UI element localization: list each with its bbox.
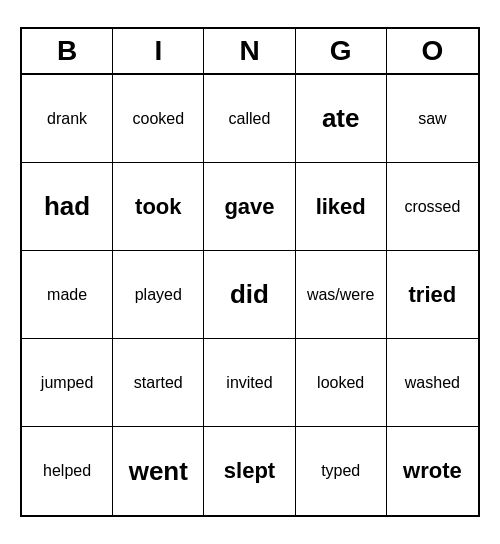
bingo-cell: slept — [204, 427, 295, 515]
header-letter: G — [296, 29, 387, 73]
bingo-cell: did — [204, 251, 295, 339]
bingo-cell: crossed — [387, 163, 478, 251]
bingo-cell: invited — [204, 339, 295, 427]
bingo-cell: cooked — [113, 75, 204, 163]
header-letter: N — [204, 29, 295, 73]
bingo-cell: looked — [296, 339, 387, 427]
bingo-cell: went — [113, 427, 204, 515]
bingo-cell: played — [113, 251, 204, 339]
bingo-cell: helped — [22, 427, 113, 515]
bingo-card: BINGO drankcookedcalledatesawhadtookgave… — [20, 27, 480, 517]
header-letter: O — [387, 29, 478, 73]
header-letter: B — [22, 29, 113, 73]
bingo-cell: made — [22, 251, 113, 339]
bingo-cell: liked — [296, 163, 387, 251]
bingo-cell: took — [113, 163, 204, 251]
bingo-cell: jumped — [22, 339, 113, 427]
bingo-cell: typed — [296, 427, 387, 515]
bingo-cell: washed — [387, 339, 478, 427]
bingo-cell: had — [22, 163, 113, 251]
bingo-cell: saw — [387, 75, 478, 163]
bingo-cell: ate — [296, 75, 387, 163]
bingo-cell: called — [204, 75, 295, 163]
bingo-cell: tried — [387, 251, 478, 339]
bingo-header: BINGO — [22, 29, 478, 75]
bingo-cell: drank — [22, 75, 113, 163]
bingo-cell: wrote — [387, 427, 478, 515]
bingo-cell: gave — [204, 163, 295, 251]
bingo-cell: started — [113, 339, 204, 427]
header-letter: I — [113, 29, 204, 73]
bingo-cell: was/were — [296, 251, 387, 339]
bingo-grid: drankcookedcalledatesawhadtookgavelikedc… — [22, 75, 478, 515]
